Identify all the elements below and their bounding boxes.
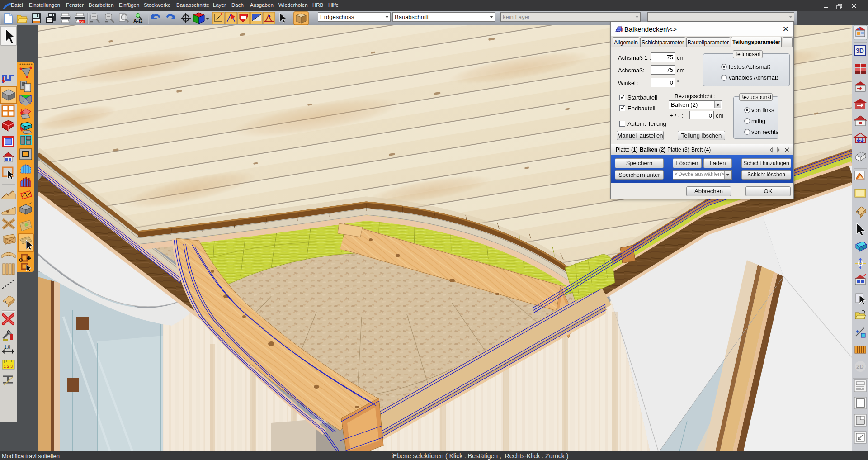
svg-text:1.0: 1.0 (4, 345, 10, 350)
svg-text:A-Ω: A-Ω (133, 18, 143, 24)
svg-text:1 2 3: 1 2 3 (4, 364, 13, 369)
svg-text:PDF: PDF (79, 20, 85, 23)
svg-text:3D: 3D (856, 47, 864, 54)
svg-text:2D: 2D (856, 363, 864, 370)
